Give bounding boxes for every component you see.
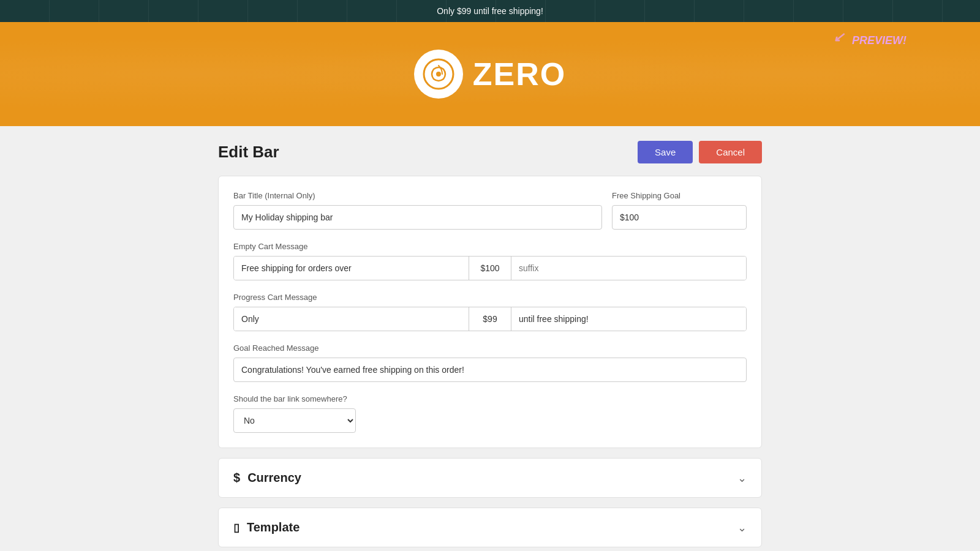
logo-text: ZERO — [473, 56, 566, 92]
progress-cart-amount-input[interactable] — [469, 307, 511, 331]
free-shipping-goal-group: Free Shipping Goal — [612, 191, 747, 230]
page-title: Edit Bar — [218, 143, 279, 162]
progress-cart-group: Progress Cart Message — [233, 293, 747, 331]
template-chevron-icon: ⌄ — [737, 521, 747, 534]
progress-cart-suffix-input[interactable] — [511, 307, 746, 331]
empty-cart-suffix-input[interactable] — [511, 257, 746, 280]
currency-title: $ Currency — [233, 471, 301, 485]
cancel-button[interactable]: Cancel — [699, 141, 762, 163]
logo-svg — [421, 57, 456, 91]
preview-badge: ↙ PREVIEW! — [838, 32, 907, 48]
goal-reached-label: Goal Reached Message — [233, 343, 747, 353]
form-card: Bar Title (Internal Only) Free Shipping … — [218, 176, 762, 448]
currency-section: $ Currency ⌄ — [218, 458, 762, 498]
empty-cart-amount-input[interactable] — [469, 257, 511, 280]
goal-reached-input[interactable] — [233, 358, 747, 382]
progress-cart-prefix-input[interactable] — [234, 307, 469, 331]
save-button[interactable]: Save — [638, 141, 693, 163]
currency-icon: $ — [233, 471, 240, 485]
bar-title-label: Bar Title (Internal Only) — [233, 191, 602, 200]
logo-container: ZERO — [414, 50, 566, 99]
form-row-3: Progress Cart Message — [233, 293, 747, 331]
template-section: ▯ Template ⌄ — [218, 508, 762, 547]
free-shipping-goal-label: Free Shipping Goal — [612, 191, 747, 200]
main-content: Edit Bar Save Cancel Bar Title (Internal… — [208, 126, 772, 551]
page-header: Edit Bar Save Cancel — [218, 141, 762, 163]
bar-link-select[interactable]: No Yes — [233, 408, 356, 433]
bar-link-group: Should the bar link somewhere? No Yes — [233, 394, 747, 433]
header-actions: Save Cancel — [638, 141, 762, 163]
logo-circle — [414, 50, 463, 99]
template-label: Template — [247, 520, 300, 534]
template-icon: ▯ — [233, 521, 239, 534]
empty-cart-input-group — [233, 256, 747, 280]
form-row-2: Empty Cart Message — [233, 242, 747, 280]
currency-section-header[interactable]: $ Currency ⌄ — [219, 459, 761, 497]
form-row-1: Bar Title (Internal Only) Free Shipping … — [233, 191, 747, 230]
progress-cart-input-group — [233, 307, 747, 331]
goal-reached-group: Goal Reached Message — [233, 343, 747, 382]
free-shipping-goal-input[interactable] — [612, 205, 747, 230]
empty-cart-prefix-input[interactable] — [234, 257, 469, 280]
svg-point-1 — [436, 72, 441, 77]
form-row-4: Goal Reached Message — [233, 343, 747, 382]
currency-label: Currency — [247, 471, 301, 485]
empty-cart-group: Empty Cart Message — [233, 242, 747, 280]
template-section-header[interactable]: ▯ Template ⌄ — [219, 508, 761, 547]
hero-header: ZERO ↙ PREVIEW! — [0, 22, 980, 126]
bar-title-input[interactable] — [233, 205, 602, 230]
template-title: ▯ Template — [233, 520, 300, 534]
empty-cart-label: Empty Cart Message — [233, 242, 747, 251]
bar-link-label: Should the bar link somewhere? — [233, 394, 747, 403]
bar-title-group: Bar Title (Internal Only) — [233, 191, 602, 230]
announcement-text: Only $99 until free shipping! — [437, 6, 543, 16]
currency-chevron-icon: ⌄ — [737, 471, 747, 485]
progress-cart-label: Progress Cart Message — [233, 293, 747, 302]
form-row-5: Should the bar link somewhere? No Yes — [233, 394, 747, 433]
announcement-bar: Only $99 until free shipping! — [0, 0, 980, 22]
